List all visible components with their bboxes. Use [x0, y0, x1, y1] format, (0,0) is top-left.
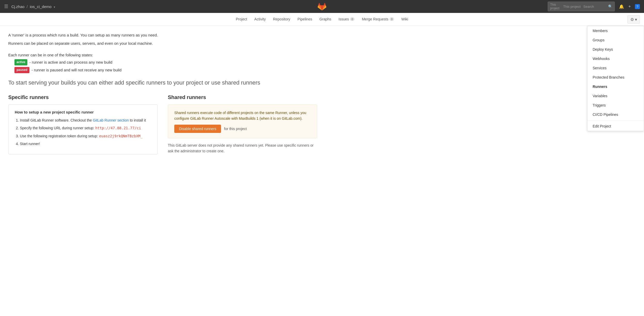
- shared-runners-col: Shared runners Shared runners execute co…: [168, 94, 317, 159]
- dropdown-triggers[interactable]: Triggers: [587, 101, 644, 110]
- dropdown-cicd-pipelines[interactable]: CI/CD Pipelines: [587, 110, 644, 119]
- nav-activity[interactable]: Activity: [251, 13, 269, 26]
- step-3: Use the following registration token dur…: [20, 133, 151, 139]
- dropdown-variables[interactable]: Variables: [587, 91, 644, 101]
- paused-badge: paused: [14, 67, 29, 73]
- disable-suffix: for this project: [224, 127, 247, 131]
- hamburger-menu-icon[interactable]: ☰: [4, 4, 8, 9]
- paused-desc: - runner is paused and will not receive …: [32, 67, 122, 73]
- dropdown-divider: [587, 120, 644, 121]
- shared-runners-box: Shared runners execute code of different…: [168, 104, 317, 138]
- setup-box: How to setup a new project specific runn…: [8, 104, 158, 154]
- states-intro: Each runner can be in one of the followi…: [8, 53, 317, 57]
- dropdown-deploy-keys[interactable]: Deploy Keys: [587, 45, 644, 54]
- search-box[interactable]: This project 🔍: [548, 2, 615, 11]
- search-icon: 🔍: [608, 4, 612, 9]
- nav-repository[interactable]: Repository: [270, 13, 293, 26]
- state-paused-item: paused - runner is paused and will not r…: [14, 67, 317, 73]
- nav-issues[interactable]: Issues 0: [335, 13, 358, 26]
- search-label: This project: [550, 3, 561, 10]
- dropdown-webhooks[interactable]: Webhooks: [587, 54, 644, 63]
- gear-icon: ⚙: [630, 17, 634, 22]
- registration-token: euasz2j9rkQNmTBzbXM_: [99, 134, 143, 138]
- specific-runners-title: Specific runners: [8, 94, 158, 100]
- step1-end: to install it: [130, 118, 146, 122]
- top-bar: ☰ Cj.zhao / ios_ci_demo ▾ This proj: [0, 0, 644, 13]
- cta-text: To start serving your builds you can eit…: [8, 79, 317, 86]
- nav-graphs[interactable]: Graphs: [316, 13, 334, 26]
- dropdown-groups[interactable]: Groups: [587, 35, 644, 45]
- step3-prefix: Use the following registration token dur…: [20, 134, 99, 138]
- disable-btn-row: Disable shared runners for this project: [174, 125, 311, 133]
- nav-links: Project Activity Repository Pipelines Gr…: [233, 13, 411, 26]
- no-runners-text: This GitLab server does not provide any …: [168, 142, 317, 154]
- dropdown-runners[interactable]: Runners: [587, 82, 644, 91]
- states-list: active - runner is active and can proces…: [8, 59, 317, 73]
- secondary-nav: Project Activity Repository Pipelines Gr…: [0, 13, 644, 26]
- plus-icon[interactable]: +: [628, 4, 631, 9]
- intro-line-2: Runners can be placed on separate users,…: [8, 40, 317, 47]
- breadcrumb-separator: /: [27, 4, 28, 9]
- step-2: Specify the following URL during runner …: [20, 125, 151, 131]
- two-col-layout: Specific runners How to setup a new proj…: [8, 94, 317, 159]
- step-1: Install GitLab Runner software. Checkout…: [20, 117, 151, 123]
- active-desc: - runner is active and can process any n…: [29, 59, 112, 65]
- settings-gear-button[interactable]: ⚙ ▾: [627, 15, 640, 24]
- setup-steps: Install GitLab Runner software. Checkout…: [15, 117, 151, 147]
- main-content: A 'runner' is a process which runs a bui…: [0, 26, 325, 165]
- gear-dropdown-arrow: ▾: [635, 17, 637, 22]
- intro-section: A 'runner' is a process which runs a bui…: [8, 32, 317, 47]
- breadcrumb-dropdown-icon[interactable]: ▾: [54, 5, 55, 9]
- step2-prefix: Specify the following URL during runner …: [20, 126, 95, 130]
- nav-wiki[interactable]: Wiki: [398, 13, 411, 26]
- shared-runners-desc: Shared runners execute code of different…: [174, 110, 311, 122]
- gitlab-runner-link[interactable]: GitLab Runner section: [93, 118, 129, 122]
- help-icon[interactable]: ?: [635, 4, 640, 9]
- nav-merge-requests[interactable]: Merge Requests 0: [359, 13, 397, 26]
- nav-project[interactable]: Project: [233, 13, 250, 26]
- breadcrumb-user-link[interactable]: Cj.zhao: [11, 4, 25, 9]
- mr-badge: 0: [389, 17, 394, 21]
- nav-pipelines[interactable]: Pipelines: [294, 13, 315, 26]
- step-4: Start runner!: [20, 141, 151, 147]
- disable-shared-runners-button[interactable]: Disable shared runners: [174, 125, 221, 133]
- dropdown-services[interactable]: Services: [587, 63, 644, 73]
- notifications-icon[interactable]: 🔔: [619, 4, 624, 9]
- dropdown-edit-project[interactable]: Edit Project: [587, 122, 644, 131]
- settings-dropdown-menu: Members Groups Deploy Keys Webhooks Serv…: [587, 26, 644, 131]
- active-badge: active: [14, 59, 27, 65]
- specific-runners-col: Specific runners How to setup a new proj…: [8, 94, 158, 159]
- breadcrumb-repo-link[interactable]: ios_ci_demo: [30, 4, 51, 9]
- search-input[interactable]: [563, 5, 606, 9]
- dropdown-members[interactable]: Members: [587, 26, 644, 35]
- intro-line-1: A 'runner' is a process which runs a bui…: [8, 32, 317, 38]
- setup-box-title: How to setup a new project specific runn…: [15, 110, 151, 114]
- runner-url: http://47.88.21.77/ci: [95, 126, 141, 130]
- state-active-item: active - runner is active and can proces…: [14, 59, 317, 65]
- shared-runners-title: Shared runners: [168, 94, 317, 100]
- states-section: Each runner can be in one of the followi…: [8, 53, 317, 73]
- breadcrumb: Cj.zhao / ios_ci_demo ▾: [11, 4, 56, 9]
- step1-text: Install GitLab Runner software. Checkout…: [20, 118, 93, 122]
- dropdown-protected-branches[interactable]: Protected Branches: [587, 73, 644, 82]
- issues-badge: 0: [350, 17, 355, 21]
- gitlab-logo[interactable]: [317, 2, 327, 11]
